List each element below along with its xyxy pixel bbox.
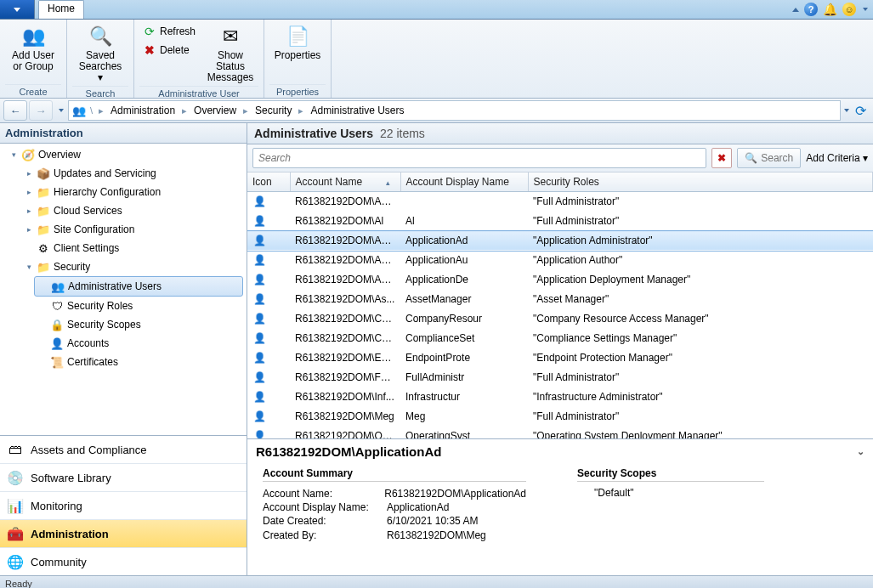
cell-account-name: R61382192DOM\Ap... <box>290 231 400 251</box>
table-row[interactable]: 👤R61382192DOM\Op...OperatingSyst"Operati… <box>247 427 873 440</box>
tree-node-label: Cloud Services <box>54 205 122 217</box>
saved-searches-button[interactable]: 🔍Saved Searches ▾ <box>72 21 128 86</box>
saved-searches-icon: 🔍 <box>87 23 114 50</box>
node-cloud[interactable]: ▸📁Cloud Services <box>0 201 247 220</box>
detail-title: R61382192DOM\ApplicationAd <box>256 444 441 459</box>
breadcrumb-dropdown[interactable] <box>842 109 849 112</box>
ws-monitoring-icon: 📊 <box>7 497 24 514</box>
column-icon[interactable]: Icon <box>247 172 290 192</box>
nav-forward-button[interactable]: → <box>29 100 53 121</box>
breadcrumb-administrative-users[interactable]: Administrative Users <box>308 105 406 116</box>
user-icon: 👤 <box>252 292 266 306</box>
table-row[interactable]: 👤R61382192DOM\Co...CompanyResour"Company… <box>247 309 873 329</box>
ws-software[interactable]: 💿Software Library <box>0 463 247 491</box>
tree-node-label: Updates and Servicing <box>54 167 156 179</box>
table-row[interactable]: 👤R61382192DOM\Ap...ApplicationDe"Applica… <box>247 270 873 290</box>
cell-display-name: Infrastructur <box>400 387 528 407</box>
node-security-scopes[interactable]: 🔒Security Scopes <box>0 315 247 334</box>
refresh-button[interactable]: ⟳Refresh <box>139 23 199 40</box>
show-status-messages-icon: ✉ <box>217 23 244 50</box>
table-row[interactable]: 👤R61382192DOM\Ap...ApplicationAu"Applica… <box>247 251 873 270</box>
help-icon[interactable]: ? <box>804 3 818 16</box>
column-account-display-name[interactable]: Account Display Name <box>400 172 528 192</box>
search-button[interactable]: 🔍 Search <box>737 148 801 168</box>
ribbon: 👥Add User or GroupCreate🔍Saved Searches … <box>0 20 873 99</box>
node-accounts[interactable]: 👤Accounts <box>0 334 247 353</box>
column-security-roles[interactable]: Security Roles <box>528 172 873 192</box>
ws-administration[interactable]: 🧰Administration <box>0 519 247 547</box>
table-row[interactable]: 👤R61382192DOM\Ad..."Full Administrator" <box>247 192 873 212</box>
delete-button[interactable]: ✖Delete <box>139 42 199 59</box>
expand-icon[interactable]: ▸ <box>26 189 33 196</box>
navigation-tree: ▾🧭Overview▸📦Updates and Servicing▸📁Hiera… <box>0 144 247 435</box>
breadcrumb-overview[interactable]: Overview <box>191 105 239 116</box>
app-menu-button[interactable] <box>0 0 35 19</box>
table-row[interactable]: 👤R61382192DOM\MegMeg"Full Administrator" <box>247 407 873 427</box>
table-row[interactable]: 👤R61382192DOM\Inf...Infrastructur"Infras… <box>247 387 873 407</box>
node-overview[interactable]: ▾🧭Overview <box>0 145 247 164</box>
properties-button[interactable]: 📄Properties <box>269 21 326 63</box>
data-grid[interactable]: IconAccount Name▴Account Display NameSec… <box>247 172 873 439</box>
tab-home[interactable]: Home <box>38 0 84 19</box>
detail-expand-icon[interactable]: ⌄ <box>857 446 864 457</box>
add-user-or-group-button[interactable]: 👥Add User or Group <box>5 21 61 74</box>
users-icon: 👥 <box>72 104 86 117</box>
notifications-icon[interactable]: 🔔 <box>823 3 837 16</box>
expand-icon[interactable]: ▸ <box>26 207 33 215</box>
add-user-or-group-icon: 👥 <box>20 23 47 50</box>
node-security[interactable]: ▾📁Security <box>0 257 247 276</box>
table-row[interactable]: 👤R61382192DOM\Co...ComplianceSet"Complia… <box>247 329 873 348</box>
cell-security-roles: "Application Deployment Manager" <box>528 270 873 290</box>
ws-community[interactable]: 🌐Community <box>0 547 247 575</box>
table-row[interactable]: 👤R61382192DOM\AlAl"Full Administrator" <box>247 212 873 231</box>
node-client-settings[interactable]: ⚙Client Settings <box>0 239 247 257</box>
cell-account-name: R61382192DOM\As... <box>290 290 400 309</box>
properties-icon: 📄 <box>284 23 311 50</box>
user-icon: 👤 <box>252 195 266 208</box>
ws-assets[interactable]: 🗃Assets and Compliance <box>0 436 247 463</box>
expand-icon[interactable]: ▸ <box>26 226 33 234</box>
column-account-name[interactable]: Account Name▴ <box>290 172 400 192</box>
ws-assets-icon: 🗃 <box>7 441 24 458</box>
list-title-bar: Administrative Users 22 items <box>247 123 873 144</box>
breadcrumb-administration[interactable]: Administration <box>108 105 178 116</box>
node-site[interactable]: ▸📁Site Configuration <box>0 220 247 239</box>
user-icon: 👤 <box>252 273 266 286</box>
cell-security-roles: "Infrastructure Administrator" <box>528 387 873 407</box>
nav-history-dropdown[interactable] <box>54 109 66 112</box>
ws-community-icon: 🌐 <box>7 553 24 570</box>
workspace-label: Assets and Compliance <box>31 444 147 456</box>
node-updates[interactable]: ▸📦Updates and Servicing <box>0 164 247 183</box>
feedback-icon[interactable]: ☺ <box>842 3 856 16</box>
expand-icon[interactable]: ▾ <box>26 263 33 271</box>
tree-node-icon: 📦 <box>37 167 50 180</box>
cell-account-name: R61382192DOM\Al <box>290 212 400 231</box>
expand-icon[interactable]: ▾ <box>10 151 18 159</box>
tree-node-label: Hierarchy Configuration <box>54 186 161 198</box>
search-input[interactable] <box>252 148 706 168</box>
tree-node-label: Administrative Users <box>68 280 162 292</box>
table-row[interactable]: 👤R61382192DOM\En...EndpointProte"Endpoin… <box>247 348 873 368</box>
workspace-label: Community <box>31 556 87 568</box>
cell-display-name: CompanyResour <box>400 309 528 329</box>
table-row[interactable]: 👤R61382192DOM\Ful...FullAdministr"Full A… <box>247 368 873 387</box>
expand-icon[interactable]: ▸ <box>26 170 33 178</box>
ws-monitoring[interactable]: 📊Monitoring <box>0 491 247 519</box>
nav-refresh-button[interactable]: ⟳ <box>851 101 870 120</box>
node-security-roles[interactable]: 🛡Security Roles <box>0 297 247 315</box>
node-certificates[interactable]: 📜Certificates <box>0 353 247 371</box>
node-hierarchy[interactable]: ▸📁Hierarchy Configuration <box>0 183 247 201</box>
add-criteria-button[interactable]: Add Criteria ▾ <box>806 152 868 164</box>
node-admin-users[interactable]: 👥Administrative Users <box>34 276 243 297</box>
breadcrumb-security[interactable]: Security <box>252 105 294 116</box>
table-row[interactable]: 👤R61382192DOM\As...AssetManager"Asset Ma… <box>247 290 873 309</box>
tree-node-icon: 📁 <box>37 204 50 218</box>
cell-display-name <box>400 192 528 212</box>
table-row[interactable]: 👤R61382192DOM\Ap...ApplicationAd"Applica… <box>247 231 873 251</box>
collapse-ribbon-icon[interactable] <box>792 8 799 12</box>
show-status-messages-button[interactable]: ✉Show Status Messages <box>202 21 258 86</box>
nav-back-button[interactable]: ← <box>3 100 27 121</box>
clear-search-button[interactable]: ✖ <box>711 148 732 168</box>
feedback-dropdown-icon[interactable] <box>863 8 868 11</box>
cell-display-name: EndpointProte <box>400 348 528 368</box>
